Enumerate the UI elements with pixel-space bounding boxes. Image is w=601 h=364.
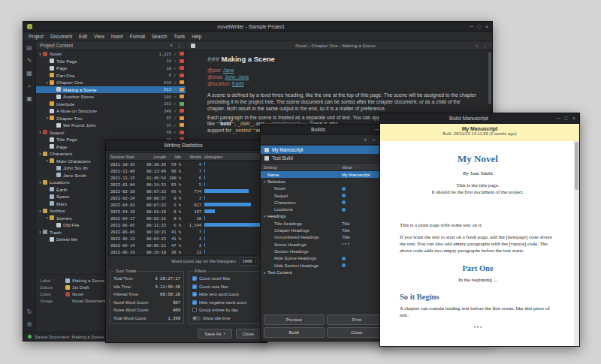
build-setting-row[interactable]: Title HeadingsTitle (261, 220, 390, 227)
settings-icon[interactable]: ⚙ (26, 322, 32, 328)
tree-item[interactable]: Another Scene108✓ (36, 93, 186, 101)
build-setting-row[interactable]: Section Headings (261, 248, 390, 254)
kebab-menu-icon[interactable]: ⋮ (177, 43, 182, 49)
expand-arrow-icon[interactable]: ▾ (38, 130, 43, 134)
histogram-cap-input[interactable]: 1000 ▴▾ (240, 257, 258, 266)
session-row[interactable]: 2021-10-2600:30:2859 %4 (109, 161, 264, 167)
filter-row[interactable]: Group entries by day (192, 306, 259, 314)
checkbox[interactable]: ✓ (192, 276, 197, 281)
checkbox[interactable]: ✓ (192, 300, 197, 305)
column-header[interactable]: Length (145, 155, 168, 159)
scrollbar-thumb[interactable] (488, 52, 491, 104)
menu-search[interactable]: Search (152, 34, 167, 39)
build-list-item[interactable]: Test Build (261, 154, 390, 162)
main-titlebar[interactable]: novelWriter - Sample Project ─ □ × (23, 22, 492, 32)
tree-item[interactable]: Title Page19✓ (36, 58, 186, 65)
builds-titlebar[interactable]: Builds ─ × (261, 125, 390, 135)
build-setting-row[interactable]: Novel (261, 185, 390, 192)
checkbox[interactable]: ✓ (192, 292, 197, 296)
session-row[interactable]: 2022-06-1900:16:1828 %12 (109, 248, 264, 255)
build-setting-row[interactable]: ▾Headings (261, 213, 390, 220)
menu-project[interactable]: Project (29, 34, 44, 39)
build-setting-row[interactable]: Hide Section Headings (261, 262, 390, 269)
search-icon[interactable]: ⌕ (476, 43, 479, 49)
add-build-icon[interactable]: + (364, 137, 367, 143)
menu-insert[interactable]: Insert (111, 34, 123, 39)
filter-row[interactable]: ✓Count note files (192, 283, 259, 291)
build-setting-row[interactable]: Sequel (261, 192, 390, 199)
tree-item[interactable]: Interlude101✓ (36, 101, 186, 108)
toggle-switch[interactable] (192, 316, 201, 320)
build-setting-row[interactable]: NameMy Manuscript (261, 171, 390, 178)
save-as-button[interactable]: Save As▾ (198, 329, 231, 338)
expand-arrow-icon[interactable]: ▾ (44, 116, 50, 120)
checkbox[interactable] (192, 308, 197, 312)
build-button[interactable]: Build (264, 327, 325, 338)
stats-titlebar[interactable]: Writing Statistics × (106, 140, 267, 151)
editor-icon[interactable]: ✎ (27, 58, 32, 64)
tree-item[interactable]: Part One6✓ (36, 72, 186, 80)
menu-format[interactable]: Format (130, 34, 145, 39)
expand-arrow-icon[interactable]: ▾ (38, 180, 43, 185)
preview-scrollbar[interactable] (574, 141, 579, 346)
tree-item[interactable]: ▾Novel1,225✓ (36, 50, 186, 58)
session-row[interactable]: 2021-11-0800:13:4998 %7 (109, 167, 264, 174)
tree-item[interactable]: ▾Sequel60✓ (36, 129, 186, 137)
session-row[interactable]: 2022-06-0500:11:226 %1,544 (109, 221, 264, 228)
session-row[interactable]: 2022-02-2400:00:370 %3 (109, 194, 264, 201)
column-header[interactable]: Idle (168, 155, 183, 159)
manuscript-icon[interactable]: ▣ (26, 96, 32, 102)
tag-link[interactable]: Jane (223, 68, 234, 73)
sync-icon[interactable]: ↻ (27, 309, 32, 315)
session-row[interactable]: 2022-02-2000:07:3366 %774 (109, 188, 264, 194)
expand-arrow-icon[interactable]: ▾ (44, 215, 50, 220)
expand-arrow-icon[interactable]: ▾ (38, 209, 43, 213)
session-row[interactable]: 2022-04-1000:02:180 %187 (109, 208, 264, 215)
editor-menu-icon[interactable]: ⋮ (482, 43, 488, 49)
tag-link[interactable]: John, Jane (225, 74, 249, 80)
minimize-icon[interactable]: ─ (470, 24, 473, 29)
maximize-icon[interactable]: □ (478, 24, 481, 29)
tag-link[interactable]: Earth (232, 81, 244, 86)
outline-icon[interactable]: ▦ (26, 71, 32, 77)
expand-arrow-icon[interactable]: ▾ (44, 158, 50, 163)
build-setting-row[interactable]: Hide Scene Headings (261, 255, 390, 262)
minimize-icon[interactable]: ─ (557, 116, 560, 121)
build-list-item[interactable]: My Manuscript (261, 146, 390, 154)
add-icon[interactable]: + (170, 43, 173, 49)
spinner-arrows-icon[interactable]: ▴▾ (255, 259, 256, 264)
menu-tools[interactable]: Tools (174, 34, 185, 39)
tree-item[interactable]: Page10✓ (36, 65, 186, 72)
project-tree-icon[interactable]: ▤ (26, 45, 32, 51)
close-button[interactable]: Close (327, 327, 388, 338)
expand-arrow-icon[interactable]: ▾ (38, 230, 43, 234)
build-setting-row[interactable]: Locations (261, 206, 390, 212)
build-setting-row[interactable]: ▸Text Content (261, 269, 390, 275)
tree-item[interactable]: A Note on Structure346✓ (36, 107, 186, 115)
build-setting-row[interactable]: ▾Selection (261, 178, 390, 185)
build-setting-row[interactable]: Chapter HeadingsTitle (261, 227, 390, 233)
menu-view[interactable]: View (94, 34, 104, 39)
session-row[interactable]: 2021-11-1501:46:54100 %6 (109, 174, 264, 181)
menu-document[interactable]: Document (50, 34, 72, 39)
menu-help[interactable]: Help (192, 34, 201, 39)
close-icon[interactable]: × (572, 116, 575, 121)
menu-edit[interactable]: Edit (79, 34, 87, 39)
session-row[interactable]: 2022-06-0600:10:2141 %7 (109, 228, 264, 235)
session-row[interactable]: 2022-06-1300:04:2341 %3 (109, 235, 264, 242)
print-button[interactable]: Print (327, 314, 388, 325)
expand-arrow-icon[interactable]: ▾ (262, 214, 267, 218)
column-header[interactable]: Histogram (203, 155, 264, 159)
expand-arrow-icon[interactable]: ▾ (262, 179, 267, 184)
filter-row[interactable]: ✓Hide zero word count (192, 290, 259, 299)
session-row[interactable]: 2022-04-1700:02:160 %10 (109, 215, 264, 221)
build-setting-row[interactable]: Unnumbered HeadingsTitle (261, 234, 390, 241)
build-setting-row[interactable]: Characters (261, 199, 390, 206)
session-row[interactable]: 2022-06-1400:06:2147 %2 (109, 242, 264, 248)
checkbox[interactable]: ✓ (192, 284, 197, 289)
column-header[interactable]: Words (183, 155, 203, 159)
expand-arrow-icon[interactable]: ▾ (38, 52, 43, 56)
build-manuscript-titlebar[interactable]: Build Manuscript ─ □ × (380, 113, 579, 124)
tree-item[interactable]: We Found John37✓ (36, 122, 186, 129)
tree-item[interactable]: ▾Chapter One639✓ (36, 79, 186, 86)
